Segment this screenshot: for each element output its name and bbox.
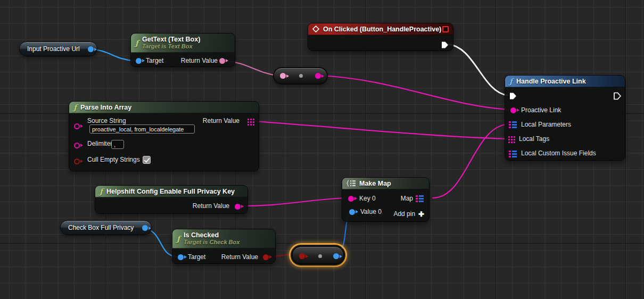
exec-out-pin[interactable] <box>613 92 622 100</box>
proactive-link-pin[interactable] <box>510 107 516 113</box>
key0-pin[interactable] <box>348 196 354 202</box>
cull-empty-strings-pin[interactable] <box>74 159 80 164</box>
wire-reroute-to-proactive-link[interactable] <box>320 76 509 110</box>
node-header[interactable]: Make Map <box>342 178 429 189</box>
node-parse-into-array[interactable]: ƒ Parse Into Array Source String Return … <box>69 101 259 171</box>
target-pin[interactable] <box>136 58 142 64</box>
node-make-map[interactable]: Make Map Key 0 Value 0 Map Add pin ✚ <box>342 177 430 222</box>
map-pin-icon[interactable] <box>509 121 517 128</box>
target-pin[interactable] <box>178 254 184 260</box>
node-header[interactable]: ƒ GetText (Text Box) Target is Text Box <box>131 34 235 53</box>
pin-label-proactive-link: Proactive Link <box>521 107 561 114</box>
node-title: Make Map <box>359 180 391 187</box>
variable-label: Check Box Full Privacy <box>68 224 134 231</box>
pin-label-return-value: Return Value <box>193 203 229 210</box>
node-check-box-full-privacy[interactable]: Check Box Full Privacy <box>60 220 152 235</box>
node-header[interactable]: ƒ Is Checked Target is Check Box <box>172 229 275 248</box>
output-pin-object[interactable] <box>88 46 94 52</box>
exec-out-pin[interactable] <box>441 41 449 49</box>
pin-label-map: Map <box>401 195 413 202</box>
node-subtitle: Target is Text Box <box>142 43 200 50</box>
node-title: Is Checked <box>184 232 240 239</box>
pin-label-delimiter: Delimiter <box>87 140 112 147</box>
node-gettext[interactable]: ƒ GetText (Text Box) Target is Text Box … <box>130 33 235 67</box>
conversion-dot-icon <box>318 254 322 258</box>
make-map-icon <box>346 180 356 187</box>
output-pin-object[interactable] <box>142 225 148 231</box>
node-header[interactable]: ƒ Handle Proactive Link <box>505 76 625 87</box>
conversion-input-pin[interactable] <box>280 73 286 79</box>
wire-exec-onclicked-to-handle[interactable] <box>448 44 507 95</box>
source-string-pin[interactable] <box>74 123 80 129</box>
node-title: GetText (Text Box) <box>142 36 200 43</box>
pin-label-source-string: Source String <box>87 118 126 124</box>
wire-parse-return-to-local-tags[interactable] <box>254 121 507 139</box>
array-pin-icon[interactable] <box>508 136 515 143</box>
pin-label-return-value: Return Value <box>181 57 218 64</box>
source-string-input[interactable] <box>89 124 195 134</box>
node-header[interactable]: ƒ Parse Into Array <box>69 102 259 113</box>
return-value-pin[interactable] <box>235 204 241 210</box>
pin-label-key0: Key 0 <box>359 195 376 202</box>
pin-label-value0: Value 0 <box>360 209 382 215</box>
conversion-input-pin[interactable] <box>299 253 305 259</box>
event-diamond-icon <box>312 26 319 32</box>
node-is-checked[interactable]: ƒ Is Checked Target is Check Box Target … <box>172 229 276 264</box>
node-title: Handle Proactive Link <box>516 78 586 85</box>
pin-label-return-value: Return Value <box>221 254 258 261</box>
map-pin-icon[interactable] <box>416 195 424 202</box>
function-icon: ƒ <box>100 188 103 195</box>
node-on-clicked[interactable]: On Clicked (Button_HandleProactive) <box>308 23 453 51</box>
pin-label-local-tags: Local Tags <box>519 136 549 143</box>
array-pin-icon[interactable] <box>247 119 254 126</box>
add-pin-label: Add pin <box>393 211 415 218</box>
conversion-output-pin[interactable] <box>333 253 339 259</box>
pin-label-target: Target <box>146 57 163 64</box>
return-value-pin[interactable] <box>219 58 225 64</box>
variable-label: Input Proactive Url <box>27 45 80 53</box>
node-title: Helpshift Config Enable Full Privacy Key <box>106 188 235 195</box>
exec-in-pin[interactable] <box>509 92 517 100</box>
delimiter-pin[interactable] <box>74 143 80 148</box>
node-conversion-bool-selected[interactable] <box>289 243 347 267</box>
add-pin-button[interactable]: Add pin ✚ <box>393 211 424 218</box>
node-header[interactable]: On Clicked (Button_HandleProactive) <box>308 23 453 35</box>
delegate-pin-box[interactable] <box>442 26 449 32</box>
wire-helpshift-return-to-key0[interactable] <box>240 198 346 206</box>
cull-empty-strings-checkbox[interactable] <box>143 156 151 164</box>
map-pin-icon[interactable] <box>509 151 517 157</box>
wire-makemap-to-local-parameters[interactable] <box>433 124 509 198</box>
node-helpshift-config-key[interactable]: ƒ Helpshift Config Enable Full Privacy K… <box>95 185 248 214</box>
conversion-dot-icon <box>299 74 303 78</box>
pin-label-return-value: Return Value <box>203 118 240 124</box>
node-subtitle: Target is Check Box <box>184 239 240 246</box>
node-handle-proactive-link[interactable]: ƒ Handle Proactive Link Proactive Link L… <box>505 75 625 161</box>
function-icon: ƒ <box>73 104 77 111</box>
value0-pin[interactable] <box>349 209 355 215</box>
function-icon: ƒ <box>177 235 180 243</box>
pin-label-target: Target <box>188 254 205 261</box>
pin-label-local-custom-issue-fields: Local Custom Issue Fields <box>521 150 596 157</box>
pin-label-local-parameters: Local Parameters <box>521 121 571 128</box>
node-title: On Clicked (Button_HandleProactive) <box>323 26 441 33</box>
blueprint-canvas[interactable]: Input Proactive Url ƒ GetText (Text Box)… <box>0 0 644 299</box>
pin-label-cull-empty-strings: Cull Empty Strings <box>87 156 140 163</box>
function-icon: ƒ <box>135 39 138 47</box>
node-input-proactive-url[interactable]: Input Proactive Url <box>19 41 97 56</box>
node-title: Parse Into Array <box>80 104 131 111</box>
node-conversion-text-to-string[interactable] <box>273 67 328 85</box>
conversion-pill[interactable] <box>292 246 344 264</box>
conversion-output-pin[interactable] <box>315 73 321 79</box>
plus-icon: ✚ <box>418 211 424 218</box>
node-header[interactable]: ƒ Helpshift Config Enable Full Privacy K… <box>95 186 247 197</box>
function-icon: ƒ <box>509 78 513 85</box>
return-value-pin[interactable] <box>263 254 269 260</box>
delimiter-input[interactable] <box>111 140 124 149</box>
